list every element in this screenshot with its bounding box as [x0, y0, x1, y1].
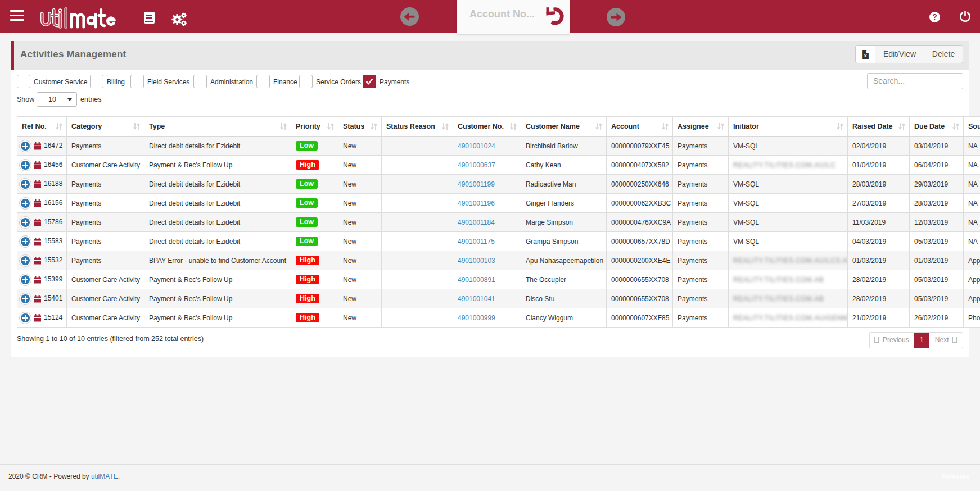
- svg-text:x: x: [864, 53, 866, 58]
